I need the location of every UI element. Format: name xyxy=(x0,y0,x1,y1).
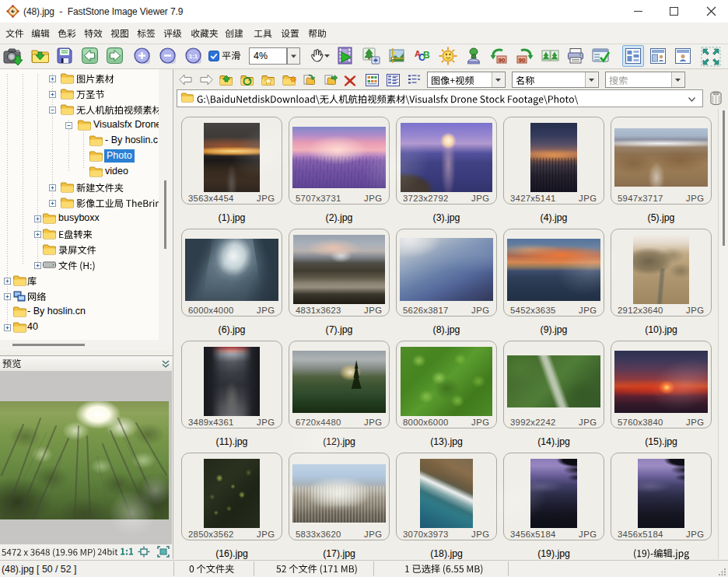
svg-text:90: 90 xyxy=(519,57,526,64)
svg-text:90: 90 xyxy=(499,57,506,64)
svg-text:B: B xyxy=(423,50,430,61)
svg-text:1:1: 1:1 xyxy=(189,53,198,60)
